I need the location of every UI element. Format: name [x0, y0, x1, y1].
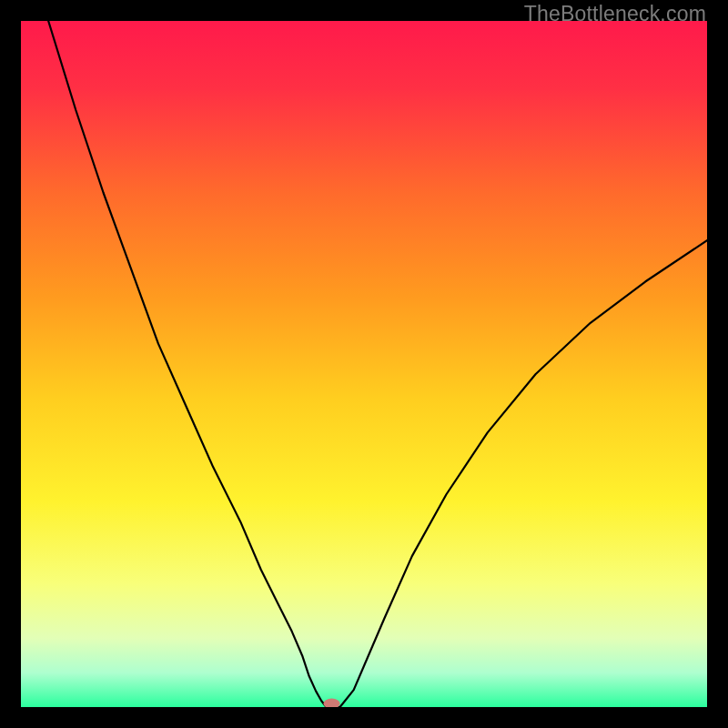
chart-frame: TheBottleneck.com [0, 0, 728, 728]
gradient-background [21, 21, 707, 707]
chart-canvas [21, 21, 707, 707]
plot-area [21, 21, 707, 707]
